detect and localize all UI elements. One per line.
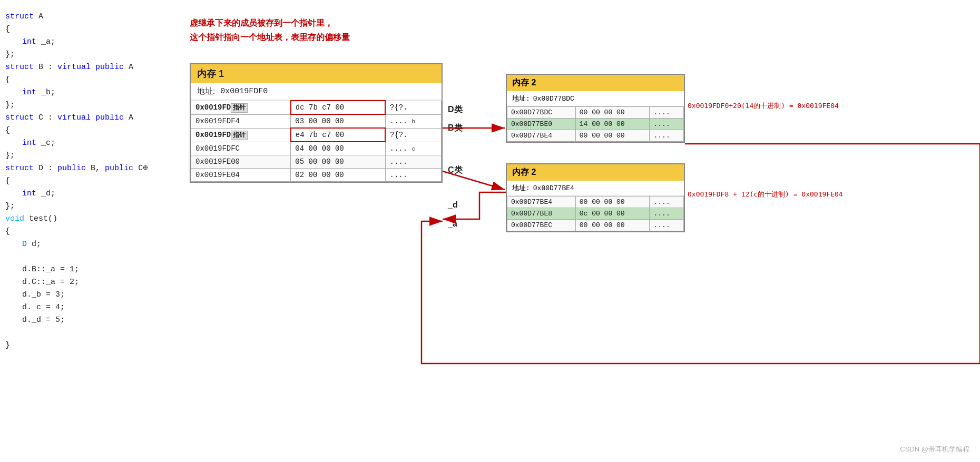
memory1-addr-value: 0x0019FDF0 <box>220 87 268 96</box>
mem2-l-r0-addr: 0x00D77BE4 <box>507 196 576 208</box>
code-line-9: struct C : virtual public A <box>5 112 169 124</box>
code-line-26 <box>5 327 169 339</box>
class-label-D: D类 <box>448 104 463 115</box>
memory-box-2-upper: 内存 2 地址: 0x00D77BDC 0x00D77BDC 00 00 00 … <box>506 74 685 143</box>
code-line-4: }; <box>5 48 169 61</box>
mem2-u-r2-hex: 00 00 00 00 <box>575 130 650 142</box>
mem1-r3-addr: 0x0019FDFC <box>191 142 291 155</box>
equation-lower: 0x0019FDF8 + 12(c的十进制) = 0x0019FE04 <box>688 190 843 199</box>
mem2-u-r2-ascii: .... <box>650 130 684 142</box>
class-label-C: C类 <box>448 165 463 176</box>
mem2-upper-addr-label: 地址: <box>512 94 530 103</box>
memory-box-2-lower: 内存 2 地址: 0x00D77BE4 0x00D77BE4 00 00 00 … <box>506 163 685 232</box>
mem1-r2-addr: 0x0019FD指针 <box>191 128 291 142</box>
code-line-13: struct D : public B, public C⊕ <box>5 162 169 175</box>
mem2-lower-addr-label: 地址: <box>512 183 530 193</box>
mem2-lower-addr-row: 地址: 0x00D77BE4 <box>507 181 684 196</box>
mem2-u-r0-ascii: .... <box>650 107 684 119</box>
mem2-l-r2-hex: 00 00 00 00 <box>575 220 650 231</box>
mem2-u-r1-hex: 14 00 00 00 <box>575 119 650 130</box>
memory-box-1: 内存 1 地址: 0x0019FDF0 0x0019FD指针 dc 7b c7 … <box>190 63 443 183</box>
mem2-u-r1-ascii: .... <box>650 119 684 130</box>
memory1-table: 0x0019FD指针 dc 7b c7 00 ?{?. 0x0019FDF4 0… <box>191 100 442 182</box>
code-line-5: struct B : virtual public A <box>5 61 169 74</box>
mem2-l-r0-ascii: .... <box>650 196 684 208</box>
mem2-u-r1-addr: 0x00D77BE0 <box>507 119 576 130</box>
mem2-u-r0-addr: 0x00D77BDC <box>507 107 576 119</box>
mem2-upper-row-1: 0x00D77BE0 14 00 00 00 .... <box>507 119 684 130</box>
mem1-row-3: 0x0019FDFC 04 00 00 00 .... c <box>191 142 442 155</box>
mem2-upper-addr-value: 0x00D77BDC <box>533 95 574 103</box>
code-line-18: { <box>5 225 169 238</box>
code-line-27: } <box>5 339 169 352</box>
mem1-row-5: 0x0019FE04 02 00 00 00 .... <box>191 169 442 182</box>
mem1-r1-hex: 03 00 00 00 <box>291 114 385 128</box>
memory1-addr-label: 地址: <box>197 86 215 96</box>
code-line-16: }; <box>5 200 169 213</box>
mem2-upper-row-0: 0x00D77BDC 00 00 00 00 .... <box>507 107 684 119</box>
mem1-row-0: 0x0019FD指针 dc 7b c7 00 ?{?. <box>191 101 442 114</box>
code-line-10: { <box>5 124 169 137</box>
mem1-r5-hex: 02 00 00 00 <box>291 169 385 182</box>
class-label-a: _a <box>448 219 457 229</box>
mem1-r4-addr: 0x0019FE00 <box>191 155 291 169</box>
mem1-row-1: 0x0019FDF4 03 00 00 00 .... b <box>191 114 442 128</box>
watermark: CSDN @带耳机学编程 <box>900 445 969 454</box>
code-line-11: int _c; <box>5 137 169 150</box>
mem2-upper-table: 0x00D77BDC 00 00 00 00 .... 0x00D77BE0 1… <box>507 106 684 142</box>
code-line-19: D d; <box>5 238 169 251</box>
code-line-6: { <box>5 74 169 86</box>
code-line-17: void test() <box>5 213 169 225</box>
mem2-lower-addr-value: 0x00D77BE4 <box>533 184 574 192</box>
code-line-15: int _d; <box>5 188 169 200</box>
code-line-21: d.B::_a = 1; <box>5 263 169 276</box>
code-line-3: int _a; <box>5 36 169 48</box>
mem1-r4-hex: 05 00 00 00 <box>291 155 385 169</box>
mem2-u-r2-addr: 0x00D77BE4 <box>507 130 576 142</box>
class-label-B: B类 <box>448 123 463 134</box>
mem2-lower-row-1: 0x00D77BE8 0c 00 00 00 .... <box>507 208 684 220</box>
mem1-r2-ascii: ?{?. <box>385 128 442 142</box>
code-line-20 <box>5 251 169 263</box>
annotation-line2: 这个指针指向一个地址表，表里存的偏移量 <box>190 30 432 44</box>
code-panel: struct A { int _a; }; struct B : virtual… <box>0 0 174 462</box>
memory1-title: 内存 1 <box>191 64 442 83</box>
mem2-upper-row-2: 0x00D77BE4 00 00 00 00 .... <box>507 130 684 142</box>
code-line-22: d.C::_a = 2; <box>5 276 169 289</box>
mem2-lower-title: 内存 2 <box>507 164 684 181</box>
mem1-row-2: 0x0019FD指针 e4 7b c7 00 ?{?. <box>191 128 442 142</box>
mem2-upper-title: 内存 2 <box>507 75 684 91</box>
mem1-r5-ascii: .... <box>385 169 442 182</box>
code-line-25: d._d = 5; <box>5 314 169 327</box>
mem1-r5-addr: 0x0019FE04 <box>191 169 291 182</box>
code-line-14: { <box>5 175 169 188</box>
mem2-l-r1-ascii: .... <box>650 208 684 220</box>
mem1-r0-addr: 0x0019FD指针 <box>191 101 291 114</box>
class-label-d: _d <box>448 200 458 210</box>
annotation-area: 虚继承下来的成员被存到一个指针里， 这个指针指向一个地址表，表里存的偏移量 <box>190 16 432 44</box>
memory1-addr-row: 地址: 0x0019FDF0 <box>191 83 442 100</box>
code-line-1: struct A <box>5 11 169 23</box>
mem1-r0-hex: dc 7b c7 00 <box>291 101 385 114</box>
mem1-r0-ascii: ?{?. <box>385 101 442 114</box>
mem1-row-4: 0x0019FE00 05 00 00 00 .... <box>191 155 442 169</box>
mem2-l-r2-addr: 0x00D77BEC <box>507 220 576 231</box>
code-line-7: int _b; <box>5 86 169 99</box>
code-line-23: d._b = 3; <box>5 289 169 301</box>
mem2-lower-row-0: 0x00D77BE4 00 00 00 00 .... <box>507 196 684 208</box>
annotation-text: 虚继承下来的成员被存到一个指针里， 这个指针指向一个地址表，表里存的偏移量 <box>190 16 432 44</box>
mem2-l-r2-ascii: .... <box>650 220 684 231</box>
annotation-line1: 虚继承下来的成员被存到一个指针里， <box>190 16 432 30</box>
code-line-24: d._c = 4; <box>5 301 169 314</box>
mem1-r1-ascii: .... b <box>385 114 442 128</box>
code-line-12: }; <box>5 150 169 162</box>
equation-upper: 0x0019FDF0+20(14的十进制) = 0x0019FE04 <box>688 101 839 111</box>
mem2-lower-row-2: 0x00D77BEC 00 00 00 00 .... <box>507 220 684 231</box>
mem1-r3-ascii: .... c <box>385 142 442 155</box>
code-line-8: }; <box>5 99 169 112</box>
mem1-r4-ascii: .... <box>385 155 442 169</box>
mem2-l-r0-hex: 00 00 00 00 <box>575 196 650 208</box>
keyword-struct: struct <box>5 12 34 21</box>
mem1-r1-addr: 0x0019FDF4 <box>191 114 291 128</box>
mem2-lower-table: 0x00D77BE4 00 00 00 00 .... 0x00D77BE8 0… <box>507 196 684 231</box>
